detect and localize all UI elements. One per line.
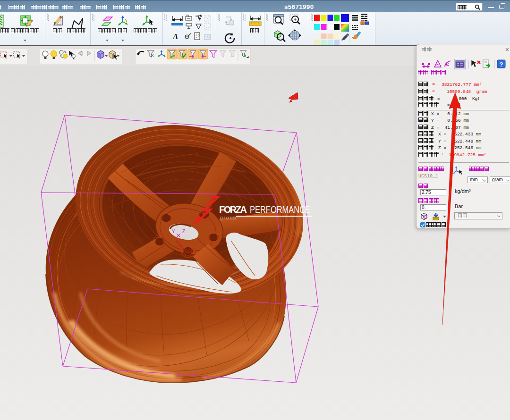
svg-text:FORZA: FORZA bbox=[219, 204, 247, 215]
svg-text:?: ? bbox=[500, 61, 503, 68]
svg-text:PERFORMANCE: PERFORMANCE bbox=[250, 204, 310, 215]
svg-text:TCS10: TCS10 bbox=[182, 249, 195, 253]
svg-text:Y: Y bbox=[172, 229, 175, 234]
svg-text:Z: Z bbox=[182, 229, 185, 234]
svg-text:A: A bbox=[172, 32, 178, 41]
svg-text:group: group bbox=[220, 215, 237, 220]
